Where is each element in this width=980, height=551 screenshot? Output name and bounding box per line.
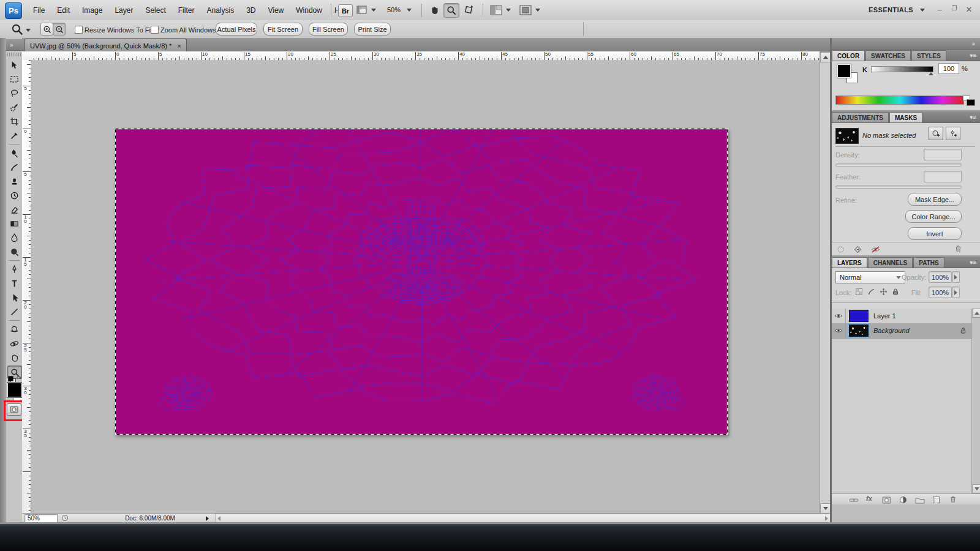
dock-divider[interactable] bbox=[830, 38, 832, 522]
path-selection-tool[interactable] bbox=[7, 291, 21, 304]
eraser-tool[interactable] bbox=[7, 203, 21, 216]
tab-color[interactable]: COLOR bbox=[832, 50, 865, 61]
scroll-left-button[interactable] bbox=[217, 516, 221, 521]
layer-scroll-down[interactable] bbox=[972, 484, 980, 493]
background-visibility-toggle[interactable] bbox=[832, 323, 846, 338]
foreground-color-swatch[interactable] bbox=[7, 382, 23, 398]
resize-windows-checkbox[interactable] bbox=[75, 26, 83, 34]
feather-field[interactable] bbox=[924, 171, 962, 182]
view-extras-dropdown-icon[interactable] bbox=[371, 9, 376, 12]
ruler-origin-box[interactable] bbox=[22, 51, 31, 61]
tab-styles[interactable]: STYLES bbox=[911, 50, 946, 61]
fill-screen-button[interactable]: Fill Screen bbox=[309, 23, 348, 36]
layer-row-background[interactable]: Background bbox=[832, 323, 971, 339]
quick-mask-mode-button[interactable] bbox=[7, 403, 21, 416]
actual-pixels-button[interactable]: Actual Pixels bbox=[216, 23, 257, 36]
disable-mask-icon[interactable] bbox=[871, 245, 880, 256]
layer-scroll-up[interactable] bbox=[972, 309, 980, 318]
color-range-button[interactable]: Color Range... bbox=[905, 210, 962, 223]
zoom-level-field[interactable]: 50% bbox=[387, 6, 401, 13]
zoom-in-button[interactable] bbox=[40, 23, 53, 36]
k-slider-marker[interactable] bbox=[929, 72, 933, 75]
zoom-all-windows-checkbox[interactable] bbox=[151, 26, 159, 34]
color-spectrum-ramp[interactable] bbox=[835, 96, 964, 105]
brush-tool[interactable] bbox=[7, 161, 21, 173]
swap-colors-icon[interactable]: ↷ bbox=[17, 375, 21, 381]
menu-3d[interactable]: 3D bbox=[240, 0, 262, 20]
opacity-field[interactable]: 100% bbox=[929, 271, 952, 283]
new-layer-icon[interactable] bbox=[932, 495, 940, 506]
lock-transparency-icon[interactable] bbox=[855, 287, 863, 298]
dodge-tool[interactable] bbox=[7, 246, 21, 258]
tab-adjustments[interactable]: ADJUSTMENTS bbox=[832, 112, 889, 122]
hand-tool-icon[interactable] bbox=[429, 5, 440, 15]
arrange-documents-icon[interactable] bbox=[490, 5, 502, 15]
clone-stamp-tool[interactable] bbox=[7, 175, 21, 187]
status-arrow-icon[interactable] bbox=[206, 516, 209, 521]
add-pixel-mask-button[interactable] bbox=[929, 127, 943, 140]
tool-preset-dropdown-icon[interactable] bbox=[26, 29, 31, 32]
menu-layer[interactable]: Layer bbox=[108, 0, 139, 20]
status-zoom-field[interactable]: 50% bbox=[24, 514, 58, 523]
layer1-name[interactable]: Layer 1 bbox=[873, 312, 896, 320]
toolbox-grip[interactable] bbox=[7, 53, 21, 56]
invert-button[interactable]: Invert bbox=[908, 227, 962, 240]
apply-mask-icon[interactable] bbox=[854, 245, 862, 256]
bridge-button[interactable]: Br bbox=[338, 4, 353, 17]
layer1-thumbnail[interactable] bbox=[849, 310, 869, 322]
panel-menu-icon[interactable]: ▾≡ bbox=[970, 52, 976, 59]
eyedropper-tool[interactable] bbox=[7, 129, 21, 141]
tab-channels[interactable]: CHANNELS bbox=[868, 257, 913, 268]
menu-view[interactable]: View bbox=[262, 0, 290, 20]
gradient-tool[interactable] bbox=[7, 217, 21, 230]
blend-mode-select[interactable]: Normal bbox=[835, 271, 905, 283]
3d-orbit-tool[interactable] bbox=[7, 337, 21, 350]
history-brush-tool[interactable] bbox=[7, 189, 21, 201]
lock-position-icon[interactable] bbox=[880, 287, 888, 298]
menu-analysis[interactable]: Analysis bbox=[200, 0, 240, 20]
scroll-up-button[interactable] bbox=[820, 52, 831, 62]
scroll-down-button[interactable] bbox=[820, 503, 831, 514]
arrange-documents-dropdown-icon[interactable] bbox=[506, 9, 511, 12]
spot-healing-brush-tool[interactable] bbox=[7, 147, 21, 159]
menu-image[interactable]: Image bbox=[76, 0, 108, 20]
horizontal-scrollbar[interactable] bbox=[215, 514, 831, 523]
fit-screen-button[interactable]: Fit Screen bbox=[263, 23, 303, 36]
tab-swatches[interactable]: SWATCHES bbox=[865, 50, 911, 61]
delete-mask-icon[interactable] bbox=[954, 244, 962, 255]
doc-size-info[interactable]: Doc: 6.00M/8.00M bbox=[98, 515, 202, 522]
print-size-button[interactable]: Print Size bbox=[354, 23, 391, 36]
layer-row-layer1[interactable]: Layer 1 bbox=[832, 309, 971, 324]
menu-file[interactable]: File bbox=[27, 0, 51, 20]
k-slider[interactable] bbox=[871, 66, 933, 72]
background-name[interactable]: Background bbox=[873, 327, 910, 334]
lock-all-icon[interactable] bbox=[892, 287, 899, 298]
screen-mode-dropdown-icon[interactable] bbox=[535, 9, 540, 12]
workspace-dropdown-icon[interactable] bbox=[920, 9, 925, 12]
move-tool[interactable] bbox=[7, 59, 21, 71]
crop-tool[interactable] bbox=[7, 115, 21, 127]
link-layers-icon[interactable] bbox=[849, 495, 859, 506]
menu-filter[interactable]: Filter bbox=[172, 0, 201, 20]
blur-tool[interactable] bbox=[7, 231, 21, 244]
panel-dock-collapse-button[interactable]: » bbox=[832, 38, 980, 50]
hand-tool[interactable] bbox=[7, 351, 21, 364]
zoom-tool-options-icon[interactable] bbox=[11, 23, 23, 37]
layer-style-icon[interactable]: fx bbox=[866, 495, 872, 502]
panel-menu-icon[interactable]: ▾≡ bbox=[970, 259, 976, 266]
close-button[interactable]: ✕ bbox=[963, 5, 975, 14]
view-extras-icon[interactable] bbox=[356, 6, 368, 15]
opacity-spinner[interactable] bbox=[952, 271, 960, 283]
timing-icon[interactable] bbox=[61, 514, 69, 523]
add-vector-mask-button[interactable] bbox=[946, 127, 960, 140]
workspace-switcher[interactable]: ESSENTIALS bbox=[869, 6, 913, 13]
tab-layers[interactable]: LAYERS bbox=[832, 257, 867, 268]
screen-mode-icon[interactable] bbox=[519, 5, 532, 15]
fill-spinner[interactable] bbox=[952, 287, 960, 298]
color-foreground-swatch[interactable] bbox=[837, 64, 851, 78]
lock-image-icon[interactable] bbox=[867, 287, 875, 298]
fill-field[interactable]: 100% bbox=[929, 287, 952, 298]
load-selection-from-mask-icon[interactable] bbox=[837, 245, 845, 256]
density-field[interactable] bbox=[924, 149, 962, 160]
scroll-right-button[interactable] bbox=[825, 516, 828, 521]
